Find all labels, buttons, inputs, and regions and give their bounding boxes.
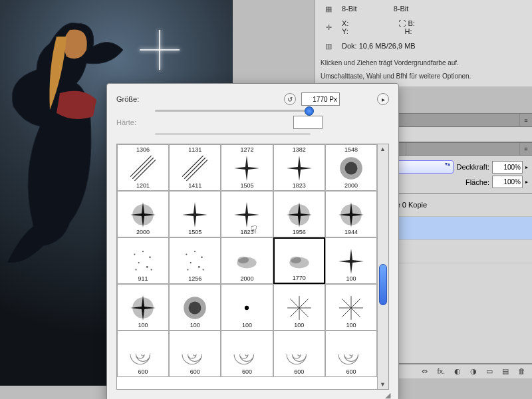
brush-preset[interactable]: 100 (325, 237, 377, 284)
scroll-up-icon[interactable]: ▲ (380, 146, 386, 152)
brush-preset[interactable]: 100 (117, 284, 169, 331)
star-flare (140, 30, 180, 70)
brush-preset[interactable]: 100 (325, 284, 377, 331)
hardness-input[interactable] (293, 116, 323, 129)
fx-icon[interactable]: fx. (437, 367, 445, 376)
tool-hint-2: Umschalttaste, Wahl und Bfhl für weitere… (321, 72, 527, 81)
svg-point-5 (134, 253, 135, 255)
brush-preset[interactable]: 13061201 (117, 144, 169, 191)
brush-preset[interactable]: 911 (117, 237, 169, 284)
brush-preset[interactable]: 600 (273, 331, 325, 377)
bit-right: 8-Bit (394, 5, 409, 13)
brush-preset[interactable]: 1944 (325, 191, 377, 237)
brush-preset[interactable]: 11311411 (169, 144, 221, 191)
brush-preset[interactable]: 100 (169, 284, 221, 331)
mask-icon[interactable]: ◐ (454, 367, 461, 376)
doc-icon: ▥ (321, 39, 336, 53)
brush-preset[interactable]: 600 (169, 331, 221, 377)
doc-size: Dok: 10,6 MB/26,9 MB (342, 42, 416, 50)
svg-point-11 (151, 269, 152, 271)
brush-preset[interactable]: 600 (221, 331, 273, 377)
new-layer-icon[interactable]: ▤ (502, 367, 509, 376)
svg-point-1 (344, 162, 357, 175)
info-panel: ▦ 8-Bit 8-Bit ✛ X:Y: ⛶ B: H: ▥ Dok: 10,6… (315, 0, 532, 86)
svg-point-13 (194, 251, 196, 252)
brush-preset[interactable]: 1770 (273, 237, 325, 284)
svg-point-7 (149, 256, 151, 258)
svg-point-14 (201, 256, 203, 258)
brush-preset[interactable]: 13821823 (273, 144, 325, 191)
scroll-down-icon[interactable]: ▼ (380, 381, 386, 388)
folder-icon[interactable]: ▭ (486, 367, 493, 376)
svg-point-9 (146, 266, 148, 268)
brush-preset[interactable]: 15482000 (325, 144, 377, 191)
reset-size-icon[interactable]: ↺ (284, 93, 296, 105)
brush-picker-popup: Größe: ↺ ▸ Härte: 1306120111311411127215… (106, 83, 399, 399)
mode-icon: ▦ (321, 2, 336, 15)
layers-flyout-icon[interactable]: ≡ (519, 143, 532, 155)
crosshair-icon: ✛ (321, 21, 336, 34)
svg-point-10 (136, 269, 137, 271)
svg-point-12 (186, 253, 188, 255)
size-label: Größe: (116, 95, 150, 103)
trash-icon[interactable]: 🗑 (518, 367, 525, 376)
opacity-input[interactable] (492, 161, 523, 174)
svg-point-6 (142, 251, 144, 252)
brush-preset[interactable]: 12721505 (221, 144, 273, 191)
panel-flyout-icon[interactable]: ≡ (519, 114, 532, 126)
scroll-thumb[interactable] (379, 264, 387, 305)
adjust-icon[interactable]: ◑ (470, 367, 477, 376)
opacity-flyout-icon[interactable]: ▸ (525, 164, 528, 170)
brush-scroll-area: 1306120111311411127215051382182315482000… (116, 144, 389, 390)
dim-icon: ⛶ (398, 19, 406, 27)
opacity-label: Deckkraft: (456, 163, 489, 171)
brush-scrollbar[interactable]: ▲ ▼ (377, 144, 388, 389)
fill-label: Fläche: (466, 178, 489, 186)
svg-point-26 (245, 306, 249, 310)
svg-point-22 (290, 257, 301, 264)
brush-preset[interactable]: 100 (221, 284, 273, 331)
brush-preset[interactable]: 1956 (273, 191, 325, 237)
hardness-slider (155, 133, 311, 135)
tool-hint-1: Klicken und Ziehen trägt Vordergrundfarb… (321, 59, 527, 68)
svg-point-15 (190, 262, 192, 263)
hardness-label: Härte: (116, 118, 150, 126)
brush-preset[interactable]: 1256 (169, 237, 221, 284)
bit-left: 8-Bit (342, 5, 357, 13)
fill-flyout-icon[interactable]: ▸ (525, 179, 528, 185)
link-layers-icon[interactable]: ⇔ (422, 367, 428, 376)
svg-point-18 (203, 269, 204, 271)
popup-flyout-icon[interactable]: ▸ (377, 93, 389, 105)
brush-size-input[interactable] (301, 92, 340, 106)
size-slider[interactable] (155, 110, 311, 112)
fill-input[interactable] (492, 176, 523, 188)
brush-preset[interactable]: 1823 (221, 191, 273, 237)
brush-grid: 1306120111311411127215051382182315482000… (117, 144, 377, 389)
svg-point-8 (138, 262, 140, 263)
brush-preset[interactable]: 1505 (169, 191, 221, 237)
brush-preset[interactable]: 600 (117, 331, 169, 377)
brush-preset[interactable]: 2000 (117, 191, 169, 237)
brush-preset[interactable]: 2000 (221, 237, 273, 284)
size-slider-thumb[interactable] (305, 106, 314, 116)
svg-point-20 (238, 257, 249, 264)
brush-preset[interactable]: 600 (325, 331, 377, 377)
resize-grip-icon[interactable]: ◢ (385, 391, 389, 399)
svg-point-16 (198, 266, 200, 268)
svg-point-17 (188, 269, 189, 271)
svg-point-25 (189, 302, 201, 315)
brush-preset[interactable]: 100 (273, 284, 325, 331)
